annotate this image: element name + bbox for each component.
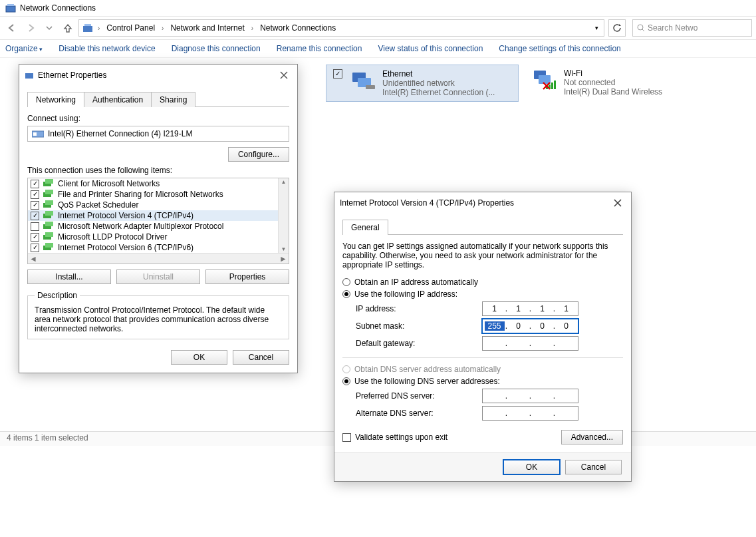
ok-button[interactable]: OK [171,350,227,365]
svg-rect-27 [45,200,53,205]
chevron-right-icon: › [160,25,165,32]
checkbox-icon[interactable]: ✓ [31,190,39,199]
breadcrumb-item[interactable]: Network Connections [257,22,338,34]
component-row[interactable]: Microsoft Network Adapter Multiplexor Pr… [28,221,289,232]
radio-manual-ip[interactable]: Use the following IP address: [342,289,623,299]
scrollbar-horizontal[interactable]: ◄► [28,253,289,264]
tab-authentication[interactable]: Authentication [84,92,152,107]
breadcrumb-icon [82,22,94,34]
search-input[interactable]: Search Netwo [632,19,752,37]
connection-card-ethernet[interactable]: ✓ Ethernet Unidentified network Intel(R)… [326,65,519,102]
ip-label: IP address: [356,304,482,313]
dialog-title: Internet Protocol Version 4 (TCP/IPv4) P… [340,198,514,208]
radio-label: Obtain an IP address automatically [354,277,478,287]
ipv4-intro-text: You can get IP settings assigned automat… [342,242,623,269]
svg-rect-23 [45,179,53,184]
advanced-button[interactable]: Advanced... [561,430,623,445]
cmd-rename[interactable]: Rename this connection [277,44,362,53]
component-row[interactable]: ✓Client for Microsoft Networks [28,178,289,189]
recent-button[interactable] [41,20,57,36]
radio-icon [342,278,350,286]
connect-using-label: Connect using: [27,114,289,123]
radio-auto-dns: Obtain DNS server address automatically [342,365,623,374]
properties-button[interactable]: Properties [205,269,289,284]
alternate-dns-label: Alternate DNS server: [356,409,482,418]
checkbox-icon[interactable]: ✓ [31,180,39,188]
component-label: File and Printer Sharing for Microsoft N… [58,190,223,199]
cmd-change[interactable]: Change settings of this connection [499,44,620,53]
ethernet-icon [350,69,377,92]
search-placeholder: Search Netwo [648,23,697,33]
preferred-dns-field[interactable]: . . . [482,389,578,403]
component-label: Client for Microsoft Networks [58,179,160,188]
connection-status: Not connected [564,78,662,87]
selection-checkbox[interactable]: ✓ [333,69,342,79]
cancel-button[interactable]: Cancel [565,460,622,474]
adapter-box[interactable]: Intel(R) Ethernet Connection (4) I219-LM [27,126,289,142]
ip-address-field[interactable]: 1. 1. 1. 1 [482,301,578,316]
connection-adapter: Intel(R) Dual Band Wireless [564,87,662,96]
svg-rect-2 [83,26,92,32]
close-button[interactable] [276,69,292,82]
subnet-mask-field[interactable]: 255. 0. 0. 0 [482,319,578,333]
preferred-dns-label: Preferred DNS server: [356,391,482,401]
connection-card-wifi[interactable]: Wi-Fi Not connected Intel(R) Dual Band W… [525,65,718,102]
chevron-right-icon: › [96,25,101,32]
tab-general[interactable]: General [342,220,388,235]
component-row[interactable]: ✓QoS Packet Scheduler [28,200,289,210]
uninstall-button[interactable]: Uninstall [116,269,200,284]
protocol-icon [43,232,54,242]
tab-networking[interactable]: Networking [27,92,84,107]
connection-name: Wi-Fi [564,69,662,78]
component-row[interactable]: ✓File and Printer Sharing for Microsoft … [28,189,289,200]
cancel-button[interactable]: Cancel [233,350,289,365]
svg-rect-21 [33,132,37,136]
checkbox-icon[interactable] [31,222,39,231]
radio-icon [342,377,350,385]
checkbox-icon[interactable]: ✓ [31,212,39,220]
description-label: Description [35,291,80,300]
configure-button[interactable]: Configure... [228,147,289,162]
cmd-status[interactable]: View status of this connection [378,44,483,53]
install-button[interactable]: Install... [27,269,111,284]
checkbox-icon[interactable]: ✓ [31,233,39,242]
checkbox-icon[interactable]: ✓ [31,244,39,252]
components-list[interactable]: ✓Client for Microsoft Networks✓File and … [27,178,289,264]
gateway-field[interactable]: . . . [482,336,578,351]
component-row[interactable]: ✓Internet Protocol Version 4 (TCP/IPv4) [28,210,289,221]
radio-icon [342,365,350,373]
breadcrumb-item[interactable]: Network and Internet [168,22,247,34]
up-button[interactable] [60,20,76,36]
svg-rect-1 [7,4,14,6]
chevron-down-icon[interactable]: ▾ [595,25,598,31]
refresh-button[interactable] [608,19,626,37]
alternate-dns-field[interactable]: . . . [482,406,578,421]
window-title: Network Connections [20,3,96,13]
cmd-diagnose[interactable]: Diagnose this connection [172,44,261,53]
protocol-icon [43,190,54,199]
items-header: This connection uses the following items… [27,166,289,175]
breadcrumb[interactable]: › Control Panel › Network and Internet ›… [78,19,604,37]
component-row[interactable]: ✓Microsoft LLDP Protocol Driver [28,232,289,242]
scrollbar-vertical[interactable] [278,178,289,253]
status-text: 4 items 1 item selected [7,433,88,443]
tab-sharing[interactable]: Sharing [151,92,195,107]
cmd-organize[interactable]: Organize [5,44,43,53]
svg-rect-25 [45,190,53,194]
breadcrumb-item[interactable]: Control Panel [104,22,158,34]
ok-button[interactable]: OK [503,460,560,474]
component-label: Microsoft Network Adapter Multiplexor Pr… [58,222,223,231]
back-button[interactable] [4,20,20,36]
titlebar: Network Connections [0,0,756,17]
radio-auto-ip[interactable]: Obtain an IP address automatically [342,277,623,287]
cmd-disable[interactable]: Disable this network device [59,44,155,53]
forward-button[interactable] [23,20,39,36]
validate-checkbox[interactable]: Validate settings upon exit [342,433,447,442]
nic-icon [32,129,44,138]
checkbox-icon[interactable]: ✓ [31,201,39,210]
close-button[interactable] [610,196,626,210]
ethernet-icon [25,71,34,80]
radio-manual-dns[interactable]: Use the following DNS server addresses: [342,377,623,386]
command-bar: Organize Disable this network device Dia… [0,40,756,58]
component-row[interactable]: ✓Internet Protocol Version 6 (TCP/IPv6) [28,242,289,253]
